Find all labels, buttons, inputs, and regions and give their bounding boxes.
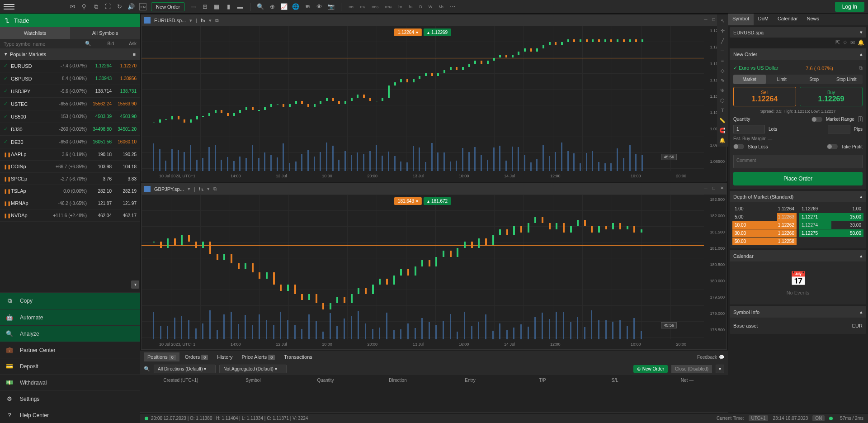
detach-icon[interactable]: ⧉ (215, 18, 219, 24)
layers-icon[interactable]: ≋ (304, 3, 311, 10)
calendar-header[interactable]: Calendar ▴ (730, 250, 866, 261)
tab-calendar[interactable]: Calendar (773, 14, 802, 25)
pips-input[interactable] (828, 125, 850, 133)
indicator-icon[interactable]: 📈 (280, 3, 288, 10)
multi-chart-icon[interactable]: ⊞ (201, 3, 208, 10)
globe-icon[interactable]: 🌐 (292, 3, 299, 10)
dom-ask-row[interactable]: 1.1227430.00 (799, 221, 863, 229)
single-chart-icon[interactable]: ▭ (189, 3, 197, 10)
dom-bid-row[interactable]: 5.001.12263 (732, 213, 797, 221)
dom-header[interactable]: Depth of Market (Standard) ▴ (730, 191, 866, 202)
dom-ask-row[interactable]: 1.1227115.00 (799, 213, 863, 221)
market-range-toggle[interactable] (811, 117, 822, 122)
text-tool[interactable]: T (718, 106, 727, 115)
minimize-icon[interactable]: ─ (702, 185, 709, 192)
nav-deposit[interactable]: 💳Deposit (0, 358, 140, 374)
search-icon[interactable]: 🔍 (85, 41, 91, 47)
link-icon[interactable]: ⚲ (80, 3, 88, 10)
tab-news[interactable]: News (802, 14, 824, 25)
watchlist-row[interactable]: ❚❚TSLAp0.0 (0.00%)282.10282.19 (0, 185, 140, 197)
panel-new-order-button[interactable]: ⊕New Order (633, 365, 668, 373)
watchlist-row[interactable]: ❚❚AAPLp-3.6 (-0.19%)190.18190.25 (0, 148, 140, 161)
tf-m[interactable]: M₁ (438, 5, 445, 9)
new-order-button[interactable]: New Order (151, 2, 185, 11)
tf-h1[interactable]: h₁ (397, 5, 403, 9)
tab-price-alerts[interactable]: Price Alerts0 (238, 352, 279, 361)
watchlist-row[interactable]: ✓US500-153 (-0.03%)4503.394503.90 (0, 110, 140, 123)
star-icon[interactable]: ☆ (843, 39, 848, 46)
watchlist-row[interactable]: ❚❚MRNAp-46.2 (-3.65%)121.87121.97 (0, 197, 140, 209)
watchlist-row[interactable]: ❚❚SPCEp-2.7 (-6.70%)3.763.83 (0, 173, 140, 185)
place-order-button[interactable]: Place Order (733, 172, 863, 185)
quantity-input[interactable] (733, 125, 765, 133)
shapes-tool[interactable]: ◇ (718, 66, 727, 75)
chart-dropdown[interactable]: ▾ (209, 18, 212, 24)
list-icon[interactable]: ≡ (133, 52, 136, 57)
nav-analyze[interactable]: 🔍Analyze (0, 325, 140, 342)
close-dropdown[interactable]: ▾ (716, 365, 724, 373)
tab-all-symbols[interactable]: All Symbols (70, 27, 140, 39)
comment-input[interactable] (733, 155, 863, 168)
watchlist-row[interactable]: ✓USTEC-655 (-0.04%)15562.2415563.90 (0, 98, 140, 110)
tf-m5[interactable]: m₅ (359, 5, 367, 9)
watchlist-row[interactable]: ✓GBPUSD-8.4 (-0.06%)1.309431.30956 (0, 72, 140, 85)
magnet-tool[interactable]: 🧲 (718, 126, 727, 135)
search-icon[interactable]: 🔍 (257, 3, 264, 10)
collapse-icon[interactable]: ▴ (860, 51, 863, 57)
new-order-header[interactable]: New Order ▴ (730, 48, 866, 60)
camera-icon[interactable]: 📷 (327, 3, 335, 10)
tab-history[interactable]: History (213, 352, 236, 361)
tf-h4[interactable]: h₄ (408, 5, 414, 9)
measure-tool[interactable]: 📏 (718, 116, 727, 125)
brush-tool[interactable]: ✎ (718, 76, 727, 85)
nav-copy[interactable]: ⧉Copy (0, 292, 140, 309)
tab-transactions[interactable]: Transactions (280, 352, 316, 361)
horizontal-line-tool[interactable]: ─ (718, 46, 727, 55)
dom-bid-row[interactable]: 1.001.12264 (732, 205, 797, 213)
watchlist-row[interactable]: ✓USDJPY-9.6 (-0.07%)138.714138.731 (0, 85, 140, 98)
split-v-icon[interactable]: ▮ (225, 3, 232, 10)
tf-m30[interactable]: m₃₀ (384, 5, 393, 9)
mail-alert-icon[interactable]: ✉ (850, 39, 855, 46)
info-icon[interactable]: i (858, 116, 863, 122)
popular-markets-header[interactable]: ▾ Popular Markets ≡ (0, 48, 140, 60)
chart-timeframe[interactable]: h₁ (201, 18, 205, 24)
pitchfork-tool[interactable]: Ψ (718, 86, 727, 95)
filter-search-icon[interactable]: 🔍 (144, 366, 150, 372)
bell-icon[interactable]: 🔔 (858, 39, 864, 46)
pattern-tool[interactable]: ⬡ (718, 96, 727, 105)
collapse-icon[interactable]: ▴ (860, 194, 863, 200)
eye-icon[interactable]: 👁 (316, 3, 323, 10)
lang-icon[interactable]: EN (139, 3, 146, 10)
buy-box[interactable]: Buy 1.12269 (800, 87, 863, 106)
tf-m15[interactable]: m₁₅ (371, 5, 380, 9)
order-tab-limit[interactable]: Limit (766, 75, 798, 84)
feedback-link[interactable]: Feedback💬 (697, 355, 724, 360)
dom-ask-row[interactable]: 1.122691.00 (799, 205, 863, 213)
maximize-icon[interactable]: □ (710, 185, 717, 192)
chart-canvas[interactable]: 1.12264 ▾▴ 1.122691.1226445:56 (142, 26, 704, 171)
nav-partner[interactable]: 💼Partner Center (0, 342, 140, 358)
sidebar-collapse-handle[interactable]: ▾ (131, 280, 139, 289)
grid-icon[interactable]: ▦ (213, 3, 220, 10)
refresh-icon[interactable]: ↻ (116, 3, 123, 10)
symbol-search-input[interactable] (4, 41, 85, 47)
tab-orders[interactable]: Orders0 (181, 352, 212, 361)
watchlist-row[interactable]: ✓DE30-650 (-0.04%)16051.5616060.10 (0, 136, 140, 148)
chart-timeframe[interactable]: h₁ (199, 186, 203, 192)
sell-box[interactable]: Sell 1.12264 (733, 87, 796, 106)
close-icon[interactable]: ✕ (718, 185, 726, 192)
share-icon[interactable]: ⇱ (835, 39, 840, 46)
direction-select[interactable]: All Directions (Default) ▾ (154, 365, 216, 373)
chart-symbol[interactable]: EURUSD.sp... (154, 18, 186, 23)
expand-icon[interactable]: ⛶ (104, 3, 111, 10)
detach-icon[interactable]: ⧉ (213, 186, 217, 192)
symbol-info-header[interactable]: Symbol Info ▴ (730, 306, 866, 318)
nav-settings[interactable]: ⚙Settings (0, 390, 140, 407)
stop-loss-toggle[interactable] (733, 144, 744, 149)
symbol-selector[interactable]: EURUSD.spa ▾ (730, 27, 866, 38)
nav-automate[interactable]: 🤖Automate (0, 309, 140, 325)
dom-bid-row[interactable]: 30.001.12260 (732, 229, 797, 237)
chart-dropdown[interactable]: ▾ (188, 186, 190, 192)
trend-line-tool[interactable]: ╱ (718, 36, 727, 45)
